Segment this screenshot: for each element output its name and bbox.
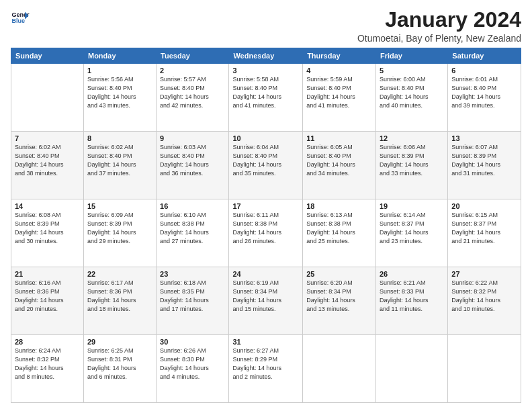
day-cell: 2Sunrise: 5:57 AMSunset: 8:40 PMDaylight…	[157, 64, 229, 132]
day-cell: 3Sunrise: 5:58 AMSunset: 8:40 PMDaylight…	[229, 64, 303, 132]
day-info: Sunrise: 6:11 AMSunset: 8:38 PMDaylight:…	[232, 211, 299, 246]
day-info: Sunrise: 6:18 AMSunset: 8:35 PMDaylight:…	[160, 279, 225, 314]
day-number: 17	[232, 202, 299, 210]
day-info: Sunrise: 6:05 AMSunset: 8:40 PMDaylight:…	[306, 143, 372, 178]
day-info: Sunrise: 6:15 AMSunset: 8:37 PMDaylight:…	[451, 211, 517, 246]
day-number: 28	[15, 338, 80, 346]
day-header-sunday: Sunday	[11, 48, 84, 64]
day-cell: 21Sunrise: 6:16 AMSunset: 8:36 PMDayligh…	[11, 267, 84, 335]
day-info: Sunrise: 5:59 AMSunset: 8:40 PMDaylight:…	[306, 75, 372, 110]
day-info: Sunrise: 6:16 AMSunset: 8:36 PMDaylight:…	[15, 279, 80, 314]
day-info: Sunrise: 6:14 AMSunset: 8:37 PMDaylight:…	[380, 211, 444, 246]
day-cell: 30Sunrise: 6:26 AMSunset: 8:30 PMDayligh…	[157, 335, 229, 403]
day-cell: 11Sunrise: 6:05 AMSunset: 8:40 PMDayligh…	[303, 132, 376, 199]
day-cell	[303, 335, 376, 403]
day-info: Sunrise: 6:26 AMSunset: 8:30 PMDaylight:…	[160, 347, 225, 381]
day-cell: 18Sunrise: 6:13 AMSunset: 8:38 PMDayligh…	[303, 199, 376, 267]
day-number: 29	[87, 338, 152, 346]
day-number: 31	[232, 338, 299, 346]
day-number: 11	[306, 134, 372, 142]
day-number: 7	[15, 134, 80, 142]
day-number: 21	[15, 270, 80, 278]
day-cell: 23Sunrise: 6:18 AMSunset: 8:35 PMDayligh…	[157, 267, 229, 335]
day-info: Sunrise: 6:02 AMSunset: 8:40 PMDaylight:…	[15, 143, 80, 178]
week-row-1: 1Sunrise: 5:56 AMSunset: 8:40 PMDaylight…	[11, 64, 521, 132]
day-number: 16	[160, 202, 225, 210]
day-number: 2	[160, 66, 225, 75]
day-info: Sunrise: 6:02 AMSunset: 8:40 PMDaylight:…	[87, 143, 152, 178]
day-cell: 17Sunrise: 6:11 AMSunset: 8:38 PMDayligh…	[229, 199, 303, 267]
day-cell: 10Sunrise: 6:04 AMSunset: 8:40 PMDayligh…	[229, 132, 303, 199]
day-cell: 29Sunrise: 6:25 AMSunset: 8:31 PMDayligh…	[83, 335, 156, 403]
day-number: 13	[451, 134, 517, 142]
day-header-thursday: Thursday	[303, 48, 376, 64]
day-number: 9	[160, 134, 225, 142]
day-number: 10	[232, 134, 299, 142]
day-info: Sunrise: 6:00 AMSunset: 8:40 PMDaylight:…	[380, 75, 444, 110]
day-number: 20	[451, 202, 517, 210]
day-info: Sunrise: 6:06 AMSunset: 8:39 PMDaylight:…	[380, 143, 444, 178]
day-info: Sunrise: 6:10 AMSunset: 8:38 PMDaylight:…	[160, 211, 225, 246]
day-number: 3	[232, 66, 299, 75]
day-info: Sunrise: 6:04 AMSunset: 8:40 PMDaylight:…	[232, 143, 299, 178]
day-info: Sunrise: 6:01 AMSunset: 8:40 PMDaylight:…	[451, 75, 517, 110]
day-info: Sunrise: 6:25 AMSunset: 8:31 PMDaylight:…	[87, 347, 152, 381]
day-cell: 15Sunrise: 6:09 AMSunset: 8:39 PMDayligh…	[83, 199, 156, 267]
day-cell: 20Sunrise: 6:15 AMSunset: 8:37 PMDayligh…	[448, 199, 521, 267]
day-number: 15	[87, 202, 152, 210]
location-title: Otumoetai, Bay of Plenty, New Zealand	[357, 33, 521, 44]
month-title: January 2024	[357, 8, 521, 32]
week-row-5: 28Sunrise: 6:24 AMSunset: 8:32 PMDayligh…	[11, 335, 521, 403]
day-number: 18	[306, 202, 372, 210]
week-row-4: 21Sunrise: 6:16 AMSunset: 8:36 PMDayligh…	[11, 267, 521, 335]
day-info: Sunrise: 6:03 AMSunset: 8:40 PMDaylight:…	[160, 143, 225, 178]
title-block: January 2024 Otumoetai, Bay of Plenty, N…	[357, 8, 521, 44]
day-cell: 19Sunrise: 6:14 AMSunset: 8:37 PMDayligh…	[375, 199, 447, 267]
day-info: Sunrise: 6:20 AMSunset: 8:34 PMDaylight:…	[306, 279, 372, 314]
day-cell: 31Sunrise: 6:27 AMSunset: 8:29 PMDayligh…	[229, 335, 303, 403]
svg-text:Blue: Blue	[11, 17, 25, 24]
day-number: 5	[380, 66, 444, 75]
day-info: Sunrise: 6:27 AMSunset: 8:29 PMDaylight:…	[232, 347, 299, 381]
day-cell: 4Sunrise: 5:59 AMSunset: 8:40 PMDaylight…	[303, 64, 376, 132]
day-number: 14	[15, 202, 80, 210]
day-number: 24	[232, 270, 299, 278]
logo: General Blue	[11, 8, 30, 27]
day-cell: 27Sunrise: 6:22 AMSunset: 8:32 PMDayligh…	[448, 267, 521, 335]
day-info: Sunrise: 6:07 AMSunset: 8:39 PMDaylight:…	[451, 143, 517, 178]
header-row: SundayMondayTuesdayWednesdayThursdayFrid…	[11, 48, 521, 64]
day-header-monday: Monday	[83, 48, 156, 64]
day-info: Sunrise: 6:17 AMSunset: 8:36 PMDaylight:…	[87, 279, 152, 314]
day-number: 1	[87, 66, 152, 75]
day-info: Sunrise: 6:22 AMSunset: 8:32 PMDaylight:…	[451, 279, 517, 314]
day-cell: 8Sunrise: 6:02 AMSunset: 8:40 PMDaylight…	[83, 132, 156, 199]
day-info: Sunrise: 6:21 AMSunset: 8:33 PMDaylight:…	[380, 279, 444, 314]
day-number: 19	[380, 202, 444, 210]
header: General Blue January 2024 Otumoetai, Bay…	[11, 8, 521, 44]
day-cell: 25Sunrise: 6:20 AMSunset: 8:34 PMDayligh…	[303, 267, 376, 335]
day-info: Sunrise: 6:19 AMSunset: 8:34 PMDaylight:…	[232, 279, 299, 314]
day-number: 23	[160, 270, 225, 278]
week-row-3: 14Sunrise: 6:08 AMSunset: 8:39 PMDayligh…	[11, 199, 521, 267]
day-cell: 12Sunrise: 6:06 AMSunset: 8:39 PMDayligh…	[375, 132, 447, 199]
day-cell	[375, 335, 447, 403]
page: General Blue January 2024 Otumoetai, Bay…	[0, 0, 532, 411]
day-info: Sunrise: 6:24 AMSunset: 8:32 PMDaylight:…	[15, 347, 80, 381]
day-cell: 13Sunrise: 6:07 AMSunset: 8:39 PMDayligh…	[448, 132, 521, 199]
day-number: 30	[160, 338, 225, 346]
day-number: 26	[380, 270, 444, 278]
week-row-2: 7Sunrise: 6:02 AMSunset: 8:40 PMDaylight…	[11, 132, 521, 199]
day-header-wednesday: Wednesday	[229, 48, 303, 64]
day-number: 4	[306, 66, 372, 75]
day-cell: 26Sunrise: 6:21 AMSunset: 8:33 PMDayligh…	[375, 267, 447, 335]
logo-icon: General Blue	[11, 8, 30, 27]
day-info: Sunrise: 6:08 AMSunset: 8:39 PMDaylight:…	[15, 211, 80, 246]
day-number: 12	[380, 134, 444, 142]
day-info: Sunrise: 5:58 AMSunset: 8:40 PMDaylight:…	[232, 75, 299, 110]
day-number: 25	[306, 270, 372, 278]
day-cell	[11, 64, 84, 132]
day-cell: 24Sunrise: 6:19 AMSunset: 8:34 PMDayligh…	[229, 267, 303, 335]
day-cell: 28Sunrise: 6:24 AMSunset: 8:32 PMDayligh…	[11, 335, 84, 403]
day-number: 6	[451, 66, 517, 75]
day-info: Sunrise: 6:09 AMSunset: 8:39 PMDaylight:…	[87, 211, 152, 246]
